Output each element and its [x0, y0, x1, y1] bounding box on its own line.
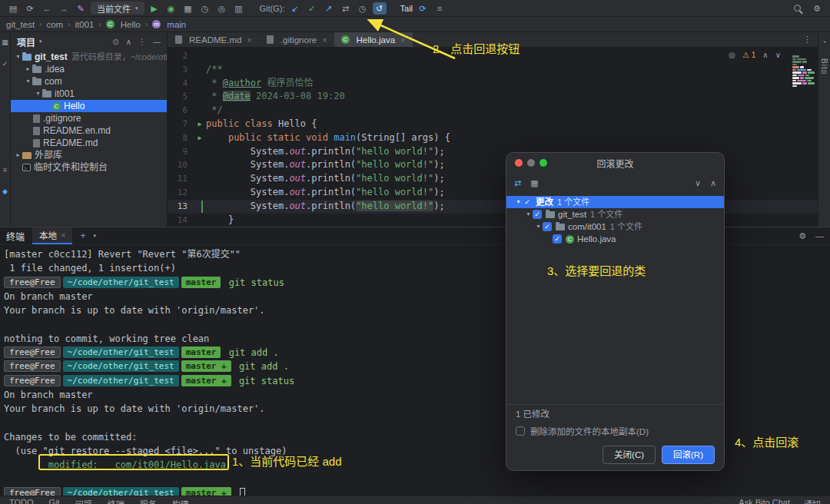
git-diff-icon[interactable]: ⇄ [339, 2, 353, 15]
bito-tool-button[interactable]: Bito [820, 58, 828, 75]
tree-chevron-icon[interactable]: ▾ [524, 208, 533, 220]
checkbox-unchecked-icon[interactable] [516, 426, 525, 436]
status-item[interactable]: TODO [9, 498, 34, 504]
minimize-window-button[interactable] [527, 159, 535, 167]
tree-chevron-icon[interactable]: ▾ [514, 196, 523, 208]
warning-icon[interactable]: ⚠ 1 [742, 51, 755, 59]
breadcrumb-item[interactable]: main [152, 20, 186, 29]
git-push-icon[interactable]: ↗ [322, 2, 336, 15]
dialog-tree-item[interactable]: ✓Hello.java [506, 233, 724, 245]
run-config-dropdown[interactable]: 当前文件 ▾ [91, 2, 144, 15]
git-commit-icon[interactable]: ✓ [305, 2, 319, 15]
breadcrumb-item[interactable]: it001 [75, 20, 95, 29]
zoom-window-button[interactable] [540, 159, 547, 167]
status-item[interactable]: 问题 [75, 498, 92, 504]
next-issue-icon[interactable]: ∨ [775, 51, 781, 59]
expand-all-icon[interactable]: ∨ [695, 178, 701, 188]
edit-icon[interactable]: ✎ [74, 2, 88, 15]
browser-run-icon[interactable]: ◎ [215, 2, 229, 15]
tree-chevron-icon[interactable]: ▾ [24, 75, 32, 88]
project-panel-title[interactable]: 项目 [17, 35, 35, 48]
project-tree-item[interactable]: ▾com [11, 75, 167, 88]
collapse-all-icon[interactable]: ∧ [126, 38, 131, 46]
tail-menu-icon[interactable]: ≡ [433, 2, 447, 15]
breadcrumb-item[interactable]: com [46, 20, 63, 29]
project-tree-item[interactable]: Hello [11, 100, 167, 112]
checkbox-checked-icon[interactable]: ✓ [553, 234, 562, 244]
terminal-tab-local[interactable]: 本地 × [32, 227, 72, 244]
checkbox-checked-icon[interactable]: ✓ [523, 197, 532, 207]
profiler-icon[interactable]: ◷ [198, 2, 212, 15]
hide-panel-icon[interactable]: — [153, 38, 161, 46]
commit-tool-icon[interactable]: ✓ [2, 60, 8, 68]
tree-chevron-icon[interactable]: ▾ [534, 220, 543, 233]
rollback-button[interactable]: 回滚(R) [662, 446, 715, 464]
project-tree-item[interactable]: README.en.md [11, 124, 167, 137]
status-item[interactable]: 构建 [172, 498, 189, 504]
delete-local-copy-checkbox[interactable]: 删除添加的文件的本地副本(D) [506, 423, 724, 439]
sync-icon[interactable]: ⟳ [23, 2, 37, 15]
checkbox-checked-icon[interactable]: ✓ [543, 222, 552, 231]
close-tab-icon[interactable]: × [322, 35, 327, 45]
breadcrumb-item[interactable]: git_test [6, 20, 35, 29]
structure-tool-icon[interactable]: ≡ [3, 166, 7, 174]
notifications-bell-icon[interactable]: ◔ [822, 38, 826, 46]
dialog-tree-item[interactable]: ▾✓com/it0011 个文件 [506, 220, 724, 233]
project-tool-icon[interactable]: ▦ [2, 38, 8, 46]
run-icon[interactable]: ▶ [148, 2, 161, 15]
settings-gear-icon[interactable]: ⚙ [810, 2, 824, 15]
coverage-icon[interactable]: ▦ [181, 2, 195, 15]
tab-options-icon[interactable]: ⋮ [803, 35, 818, 45]
checkbox-checked-icon[interactable]: ✓ [533, 210, 542, 219]
editor-tab[interactable]: .gitignore× [259, 32, 334, 47]
debug-icon[interactable]: ◉ [164, 2, 178, 15]
close-button[interactable]: 关闭(C) [603, 446, 656, 464]
git-update-icon[interactable]: ↙ [288, 2, 302, 15]
compare-icon[interactable]: ⇄ [514, 178, 521, 188]
close-icon[interactable]: × [61, 230, 65, 240]
project-tree-item[interactable]: ▾it001 [11, 88, 167, 100]
code-minimap[interactable] [792, 55, 815, 87]
git-history-icon[interactable]: ◷ [356, 2, 370, 15]
locate-file-icon[interactable]: ⊙ [112, 38, 118, 46]
tail-run-icon[interactable]: ⟳ [416, 2, 430, 15]
highlight-eye-icon[interactable]: ◎ [729, 51, 735, 59]
status-item[interactable]: 终端 [108, 498, 124, 504]
status-item[interactable]: 服务 [140, 498, 157, 504]
close-window-button[interactable] [515, 159, 523, 167]
bookmark-tool-icon[interactable]: ◆ [2, 187, 8, 195]
back-icon[interactable]: ← [40, 2, 54, 15]
status-item[interactable]: Ask Bito Chat [739, 498, 790, 504]
editor-tab[interactable]: README.md× [168, 32, 259, 47]
editor-tab[interactable]: Hello.java× [334, 32, 413, 47]
project-tree-item[interactable]: ▸外部库 [11, 149, 167, 161]
project-tree-item[interactable]: README.md [11, 137, 167, 149]
dialog-tree-item[interactable]: ▾✓更改1 个文件 [506, 196, 724, 208]
tree-chevron-icon[interactable]: ▸ [14, 149, 22, 161]
close-tab-icon[interactable]: × [247, 35, 251, 45]
terminal-menu-chevron-icon[interactable]: ▾ [93, 233, 96, 239]
close-tab-icon[interactable]: × [400, 35, 405, 45]
panel-options-icon[interactable]: ⋮ [138, 38, 146, 46]
tree-chevron-icon[interactable]: ▾ [14, 51, 22, 63]
status-item[interactable]: 通知 [804, 498, 821, 504]
project-tree-item[interactable]: ▾git_test源代码根目录，~/code/other... [11, 51, 167, 63]
dialog-tree-item[interactable]: ▾✓git_test1 个文件 [506, 208, 724, 220]
project-tree-item[interactable]: .gitignore [11, 112, 167, 124]
project-tree-item[interactable]: ▸.idea [11, 63, 167, 75]
minimize-panel-icon[interactable]: — [815, 231, 824, 241]
project-tree-item[interactable]: 临时文件和控制台 [11, 161, 167, 174]
group-by-icon[interactable]: ▦ [530, 178, 538, 188]
run-gutter-icon[interactable]: ▶ [194, 118, 206, 131]
prev-issue-icon[interactable]: ∧ [762, 51, 768, 59]
tree-chevron-icon[interactable]: ▾ [34, 88, 42, 100]
forward-icon[interactable]: → [57, 2, 71, 15]
terminal-settings-icon[interactable]: ⚙ [798, 231, 806, 241]
tree-chevron-icon[interactable]: ▸ [24, 63, 32, 75]
git-rollback-button[interactable]: ↺ [373, 2, 387, 15]
breadcrumb-item[interactable]: Hello [106, 20, 141, 29]
new-terminal-icon[interactable]: + [80, 230, 85, 241]
save-icon[interactable]: ▤ [6, 2, 20, 15]
status-item[interactable]: Git [49, 498, 60, 504]
collapse-all-icon[interactable]: ∧ [710, 178, 716, 188]
